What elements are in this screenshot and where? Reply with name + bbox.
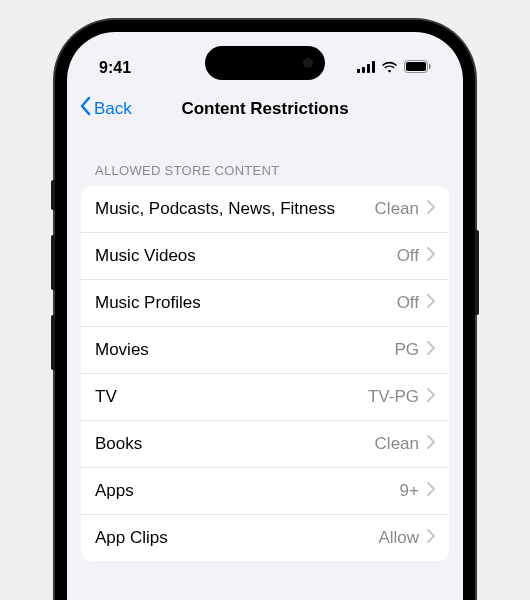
- row-value: TV-PG: [368, 387, 419, 407]
- svg-rect-1: [362, 67, 365, 73]
- phone-side-buttons-right: [475, 230, 479, 315]
- settings-row-music-profiles[interactable]: Music Profiles Off: [81, 280, 449, 327]
- svg-rect-5: [406, 62, 426, 71]
- row-value: Clean: [375, 434, 419, 454]
- row-value: 9+: [400, 481, 419, 501]
- chevron-right-icon: [427, 341, 435, 359]
- row-label: Music, Podcasts, News, Fitness: [95, 199, 335, 219]
- back-button[interactable]: Back: [79, 96, 132, 121]
- row-label: Music Videos: [95, 246, 196, 266]
- settings-row-music-videos[interactable]: Music Videos Off: [81, 233, 449, 280]
- settings-row-music-podcasts[interactable]: Music, Podcasts, News, Fitness Clean: [81, 186, 449, 233]
- svg-rect-3: [372, 61, 375, 73]
- settings-row-tv[interactable]: TV TV-PG: [81, 374, 449, 421]
- chevron-left-icon: [79, 96, 91, 121]
- page-title: Content Restrictions: [181, 99, 348, 119]
- status-time: 9:41: [99, 59, 131, 77]
- chevron-right-icon: [427, 247, 435, 265]
- settings-row-apps[interactable]: Apps 9+: [81, 468, 449, 515]
- row-label: TV: [95, 387, 117, 407]
- row-label: Books: [95, 434, 142, 454]
- row-value: Clean: [375, 199, 419, 219]
- chevron-right-icon: [427, 294, 435, 312]
- chevron-right-icon: [427, 388, 435, 406]
- svg-rect-6: [429, 64, 431, 69]
- settings-row-books[interactable]: Books Clean: [81, 421, 449, 468]
- screen: 9:41 Back Content Restrictions: [67, 32, 463, 600]
- settings-row-movies[interactable]: Movies PG: [81, 327, 449, 374]
- row-value: Off: [397, 246, 419, 266]
- status-icons: [357, 59, 431, 77]
- row-value: PG: [394, 340, 419, 360]
- row-label: Apps: [95, 481, 134, 501]
- svg-rect-2: [367, 64, 370, 73]
- settings-row-app-clips[interactable]: App Clips Allow: [81, 515, 449, 561]
- row-label: App Clips: [95, 528, 168, 548]
- row-label: Movies: [95, 340, 149, 360]
- cellular-icon: [357, 59, 375, 77]
- phone-frame: 9:41 Back Content Restrictions: [55, 20, 475, 600]
- settings-list: Music, Podcasts, News, Fitness Clean Mus…: [81, 186, 449, 561]
- wifi-icon: [381, 59, 398, 77]
- chevron-right-icon: [427, 482, 435, 500]
- dynamic-island: [205, 46, 325, 80]
- chevron-right-icon: [427, 435, 435, 453]
- battery-icon: [404, 59, 431, 77]
- chevron-right-icon: [427, 200, 435, 218]
- chevron-right-icon: [427, 529, 435, 547]
- row-label: Music Profiles: [95, 293, 201, 313]
- row-value: Off: [397, 293, 419, 313]
- phone-side-buttons-left: [51, 180, 55, 395]
- navigation-bar: Back Content Restrictions: [67, 86, 463, 135]
- row-value: Allow: [378, 528, 419, 548]
- back-label: Back: [94, 99, 132, 119]
- svg-rect-0: [357, 69, 360, 73]
- section-header: ALLOWED STORE CONTENT: [67, 135, 463, 186]
